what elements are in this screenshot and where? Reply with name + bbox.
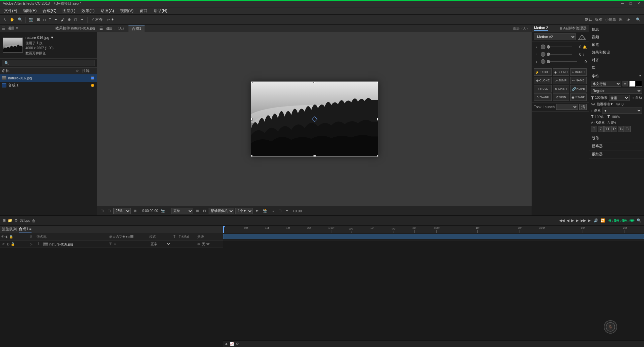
layer-expand-icon[interactable]: ▷ [30,242,33,246]
tc-audio[interactable]: 🔊 [594,218,598,223]
tool-camera[interactable]: 📷 [28,17,35,22]
tc-folder[interactable]: 📁 [8,218,12,223]
tool-box[interactable]: □ [42,17,47,22]
slider1-track[interactable] [547,47,572,47]
font-style-select[interactable]: Regular [591,88,642,94]
layer-solo-icon[interactable]: ◐ [6,242,10,246]
menu-edit[interactable]: 编辑(E) [20,7,39,14]
close-btn[interactable]: ✕ [636,1,641,6]
format-italic-btn[interactable]: T [598,126,604,132]
tc-ram-preview[interactable]: ▶| [588,218,592,223]
motion-btn-null[interactable]: ○ NULL [534,85,552,92]
handle-br[interactable] [377,155,378,156]
tracker-header[interactable]: 描摹器 [589,143,644,149]
motion-btn-warp[interactable]: 〜 WARP [534,93,552,101]
render-queue-tab[interactable]: 渲染队列 [2,227,17,232]
menu-animation[interactable]: 动画(A) [98,7,117,14]
leading-unit[interactable]: ▼ [602,108,642,114]
tool-zoom[interactable]: 🔍 [16,17,24,22]
playhead[interactable] [223,226,224,233]
motion-btn-blend[interactable]: ◈ BLEND [553,68,569,76]
search-btn[interactable]: 🔍 [635,17,642,22]
layer-switch-2[interactable]: ✏ [114,242,117,246]
paragraph-header[interactable]: 段落 [589,135,644,141]
tc-loop[interactable]: 🔁 [600,218,605,223]
menu-help[interactable]: 帮助(H) [151,7,170,14]
panel-label-info[interactable]: 信息 [592,26,641,32]
project-item-image[interactable]: nature-016.jpg [0,74,97,82]
format-bold-btn[interactable]: T [591,126,597,132]
motion-btn-jump[interactable]: ↗ JUMP [553,77,569,84]
handle-ml[interactable] [251,118,253,121]
task-clear-btn[interactable]: 清 [579,104,587,110]
comp1-timeline-tab[interactable]: 合成1 ≡ [19,226,32,232]
font-pencil-btn[interactable]: ✏ [623,81,628,86]
size-unit[interactable]: 像素 [609,95,630,101]
transform-btn[interactable]: ⇔ ✦ [105,17,115,22]
menu-effects[interactable]: 效果(T) [79,7,97,14]
tc-settings[interactable]: ⚙ [14,218,18,223]
tbb-settings2[interactable]: ⚙ [236,342,239,346]
layer-switch-1[interactable]: 平 [109,242,112,246]
maximize-btn[interactable]: □ [628,1,633,6]
handle-tc[interactable] [313,82,316,83]
motion2-tab[interactable]: Motion 2 [534,26,548,31]
tbb-graph[interactable]: 📈 [230,342,234,346]
tc-time-display[interactable]: 0:00:00:00 [608,218,635,223]
tool-clone[interactable]: ⊕ [66,17,72,22]
motion-btn-name[interactable]: ✏ NAME [570,77,587,84]
menu-comp[interactable]: 合成(C) [40,7,59,14]
handle-bc[interactable] [313,155,316,156]
parent-select[interactable]: 无 [201,242,211,246]
layer-0-mode-select[interactable]: 正常 [149,242,171,246]
project-item-comp[interactable]: 合成 1 [0,82,97,89]
tbb-keyframe[interactable]: ◆ [225,342,228,346]
tc-new-comp[interactable]: ⊞ [3,218,6,223]
minimize-btn[interactable]: ─ [620,1,625,6]
panel-label-align[interactable]: 对齐 [592,57,641,63]
viewer-menu[interactable]: ☰ [99,26,103,31]
layer-bar-0[interactable] [223,234,644,239]
tc-search[interactable]: 🔍 [637,218,641,223]
motion-btn-excite[interactable]: ⚡ EXCITE [534,68,552,76]
motion-version-select[interactable]: Motion v2 [534,33,576,40]
slider2-track[interactable] [547,54,572,55]
tool-hand[interactable]: ✋ [8,17,16,22]
menu-window[interactable]: 窗口 [137,7,150,14]
motion-btn-stare[interactable]: ◉ STARE [570,93,587,101]
motion-tracker-header[interactable]: 跟踪器 [589,151,644,157]
menu-view[interactable]: 视图(V) [117,7,136,14]
workspace-standard[interactable]: 标准 [595,17,602,22]
tool-puppet[interactable]: ✦ [79,17,85,22]
project-search-input[interactable] [2,60,95,66]
vc-quality[interactable]: 完整 二分之一 [171,208,193,214]
project-panel-menu[interactable]: ☰ [2,26,5,30]
tool-text[interactable]: T [48,17,53,22]
task-select[interactable] [556,104,578,110]
panel-label-library[interactable]: 库 [592,65,641,71]
workspace-more[interactable]: ≫ [625,17,632,22]
vc-snapshot[interactable]: 📸 [261,208,269,213]
tc-next[interactable]: ▶▶ [581,218,586,223]
tc-prev[interactable]: ◀◀ [559,218,565,223]
layer-eye-icon[interactable]: 👁 [1,242,5,246]
white-color-swatch[interactable] [629,81,635,87]
vc-zoom-select[interactable]: 25% 50% 100% [113,208,131,214]
workspace-library[interactable]: 库 [619,17,623,22]
tc-step-back[interactable]: ◀ [567,218,569,223]
tool-eraser[interactable]: ◻ [73,17,78,22]
vc-cam[interactable]: 📷 [159,208,167,213]
handle-mr[interactable] [377,118,378,121]
handle-bl[interactable] [251,155,253,156]
menu-layer[interactable]: 图层(L) [60,7,78,14]
motion-btn-rope[interactable]: 🔗 ROPE [570,85,587,92]
motion-btn-clone[interactable]: ⊕ CLONE [534,77,552,84]
vc-view[interactable]: 1个▼ [235,208,253,214]
vc-mask[interactable]: ✦ [284,208,290,213]
comp-tab[interactable]: 合成1 [128,25,145,32]
tc-trash[interactable]: 🗑 [32,219,36,223]
vc-expand[interactable]: ⇔ [254,208,260,213]
vc-region[interactable]: ⊡ [202,208,207,213]
format-sub-btn[interactable]: Ts [625,126,631,132]
workspace-default[interactable]: 默认 [585,17,592,22]
